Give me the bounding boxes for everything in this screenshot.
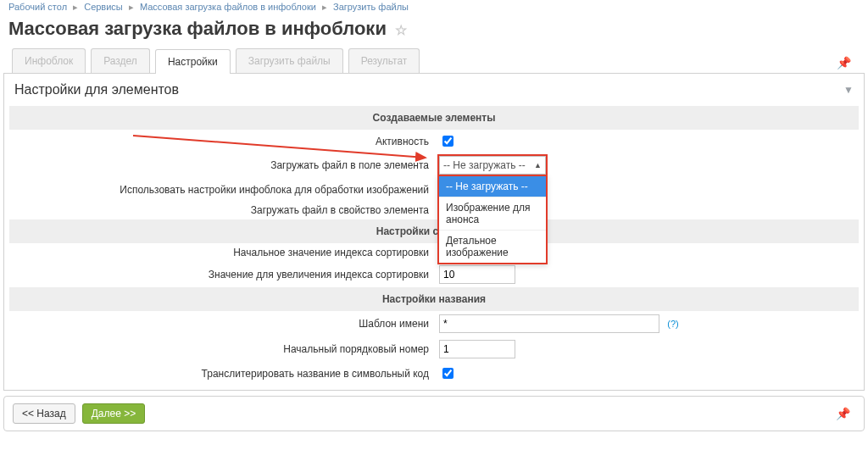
breadcrumb-link[interactable]: Рабочий стол — [8, 2, 67, 12]
section-sort-settings: Настройки сортировки — [9, 219, 859, 243]
checkbox-active[interactable] — [442, 136, 453, 147]
label-sort-start: Начальное значение индекса сортировки — [9, 243, 434, 262]
label-upload-to-property: Загружать файл в свойство элемента — [9, 201, 434, 219]
label-active: Активность — [9, 130, 434, 153]
label-name-template: Шаблон имени — [9, 311, 434, 336]
label-upload-to-field: Загружать файл в поле элемента — [9, 153, 434, 178]
tab-result[interactable]: Результат — [348, 48, 420, 73]
settings-panel: Настройки для элементов ▼ Создаваемые эл… — [3, 74, 865, 391]
help-icon[interactable]: (?) — [667, 319, 678, 329]
select-option[interactable]: -- Не загружать -- — [439, 176, 546, 197]
select-dropdown: -- Не загружать -- Изображение для анонс… — [437, 175, 548, 264]
label-name-start-num: Начальный порядковый номер — [9, 336, 434, 362]
tab-section[interactable]: Раздел — [91, 48, 150, 73]
tab-infoblock[interactable]: Инфоблок — [12, 48, 86, 73]
next-button[interactable]: Далее >> — [82, 403, 146, 424]
pin-icon[interactable]: 📌 — [831, 403, 855, 424]
chevron-up-icon: ▲ — [534, 161, 542, 169]
select-upload-to-field[interactable]: -- Не загружать -- ▲ -- Не загружать -- … — [439, 156, 546, 175]
settings-form: Создаваемые элементы Активность Загружат… — [9, 106, 859, 385]
select-option[interactable]: Изображение для анонса — [439, 197, 546, 230]
tab-settings[interactable]: Настройки — [155, 49, 231, 74]
label-sort-step: Значение для увеличения индекса сортиров… — [9, 262, 434, 287]
collapse-icon[interactable]: ▼ — [843, 84, 854, 96]
input-name-template[interactable] — [439, 314, 659, 333]
breadcrumb-sep: ▸ — [322, 2, 327, 12]
tabs: Инфоблок Раздел Настройки Загрузить файл… — [3, 48, 865, 74]
panel-header: Настройки для элементов ▼ — [9, 81, 859, 106]
footer-bar: << Назад Далее >> 📌 — [3, 396, 865, 431]
checkbox-translit[interactable] — [442, 368, 453, 379]
breadcrumb: Рабочий стол ▸ Сервисы ▸ Массовая загруз… — [0, 0, 868, 16]
input-sort-step[interactable] — [439, 265, 515, 284]
select-selected-value: -- Не загружать -- — [443, 159, 526, 171]
favorite-star-icon[interactable]: ☆ — [395, 22, 407, 38]
label-use-iblock-settings: Использовать настройки инфоблока для обр… — [9, 178, 434, 201]
section-name-settings: Настройки названия — [9, 287, 859, 311]
breadcrumb-sep: ▸ — [73, 2, 78, 12]
breadcrumb-link[interactable]: Сервисы — [84, 2, 123, 12]
page-title-text: Массовая загрузка файлов в инфоблоки — [8, 18, 387, 39]
breadcrumb-link[interactable]: Массовая загрузка файлов в инфоблоки — [140, 2, 316, 12]
breadcrumb-sep: ▸ — [129, 2, 134, 12]
section-created-elements: Создаваемые элементы — [9, 106, 859, 130]
tab-upload-files[interactable]: Загрузить файлы — [236, 48, 343, 73]
input-name-start-num[interactable] — [439, 340, 515, 358]
label-translit: Транслитерировать название в символьный … — [9, 362, 434, 385]
breadcrumb-link[interactable]: Загрузить файлы — [333, 2, 409, 12]
select-option[interactable]: Детальное изображение — [439, 230, 546, 263]
page-title: Массовая загрузка файлов в инфоблоки ☆ — [8, 18, 860, 40]
pin-icon[interactable]: 📌 — [832, 53, 856, 73]
panel-title: Настройки для элементов — [14, 82, 179, 97]
back-button[interactable]: << Назад — [13, 403, 75, 424]
